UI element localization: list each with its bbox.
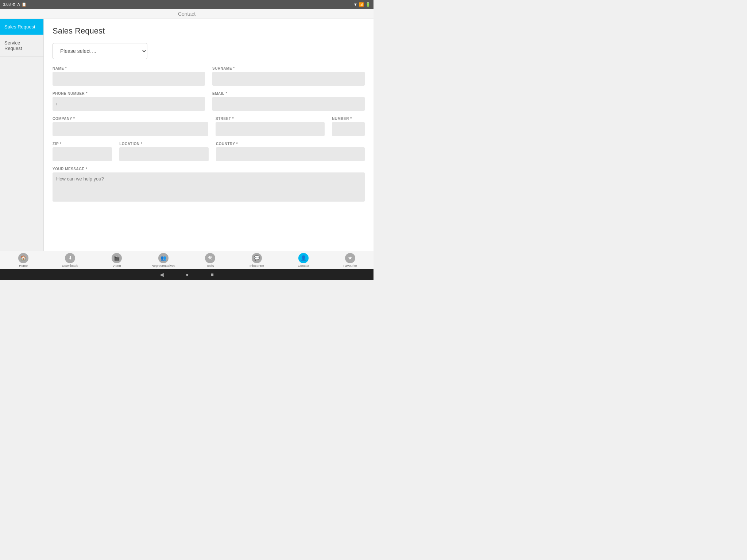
number-label: NUMBER * [332, 117, 365, 121]
zip-location-country-row: ZIP * LOCATION * COUNTRY * [53, 142, 365, 161]
status-bar: 3:08 ⚙ A 📋 ▼ 📶 🔋 [0, 0, 374, 9]
sidebar: Sales Request Service Request [0, 19, 44, 251]
nav-item-representatives[interactable]: 👥 Representatives [140, 252, 187, 269]
location-input[interactable] [119, 147, 209, 161]
status-bar-left: 3:08 ⚙ A 📋 [3, 2, 27, 7]
signal-icon: 📶 [359, 2, 364, 7]
name-label: NAME * [53, 66, 205, 70]
email-label: EMAIL * [212, 92, 365, 96]
home-button[interactable]: ● [186, 272, 189, 277]
status-bar-right: ▼ 📶 🔋 [353, 2, 371, 7]
nav-item-tools[interactable]: ⚒ Tools [187, 252, 233, 269]
street-input[interactable] [216, 122, 325, 136]
nav-label-video: Video [113, 264, 121, 268]
company-street-number-row: COMPANY * STREET * NUMBER * [53, 117, 365, 136]
home-icon: 🏠 [18, 253, 28, 263]
name-group: NAME * [53, 66, 205, 86]
battery-icon: 🔋 [365, 2, 371, 7]
bottom-nav: 🏠 Home ⬇ Downloads 🎬 Video 👥 Representat… [0, 251, 374, 269]
phone-email-row: PHONE NUMBER * + EMAIL * [53, 92, 365, 111]
back-button[interactable]: ◀ [160, 272, 164, 277]
sidebar-item-service-request[interactable]: Service Request [0, 35, 43, 57]
street-group: STREET * [216, 117, 325, 136]
accessibility-icon: A [17, 2, 20, 7]
status-time: 3:08 [3, 2, 11, 7]
phone-prefix-container: + [53, 97, 205, 111]
category-select[interactable]: Please select ... [53, 43, 147, 59]
location-group: LOCATION * [119, 142, 209, 161]
location-label: LOCATION * [119, 142, 209, 146]
nav-label-downloads: Downloads [62, 264, 78, 268]
number-input[interactable] [332, 122, 365, 136]
phone-input[interactable] [61, 97, 205, 111]
surname-group: SURNAME * [212, 66, 365, 86]
name-input[interactable] [53, 72, 205, 86]
number-group: NUMBER * [332, 117, 365, 136]
header: Contact [0, 9, 374, 19]
nav-label-representatives: Representatives [151, 264, 175, 268]
email-group: EMAIL * [212, 92, 365, 111]
infocenter-icon: 💬 [252, 253, 262, 263]
zip-group: ZIP * [53, 142, 112, 161]
name-surname-row: NAME * SURNAME * [53, 66, 365, 86]
clipboard-icon: 📋 [22, 2, 27, 7]
nav-item-downloads[interactable]: ⬇ Downloads [47, 252, 93, 269]
downloads-icon: ⬇ [65, 253, 75, 263]
header-title: Contact [178, 11, 196, 17]
message-label: YOUR MESSAGE * [53, 167, 365, 171]
contact-icon: 👤 [298, 253, 309, 263]
surname-label: SURNAME * [212, 66, 365, 70]
nav-item-video[interactable]: 🎬 Video [93, 252, 140, 269]
nav-label-tools: Tools [206, 264, 214, 268]
nav-label-home: Home [19, 264, 28, 268]
surname-input[interactable] [212, 72, 365, 86]
nav-label-favourite: Favourite [343, 264, 357, 268]
wifi-icon: ▼ [353, 2, 357, 7]
page-title: Sales Request [53, 26, 365, 36]
main-layout: Sales Request Service Request Sales Requ… [0, 19, 374, 251]
company-label: COMPANY * [53, 117, 208, 121]
country-input[interactable] [216, 147, 365, 161]
street-label: STREET * [216, 117, 325, 121]
tools-icon: ⚒ [205, 253, 215, 263]
android-nav: ◀ ● ■ [0, 269, 374, 280]
phone-prefix-sign: + [53, 101, 61, 107]
content-area: Sales Request Please select ... NAME * S… [44, 19, 374, 251]
settings-icon: ⚙ [12, 2, 16, 7]
nav-label-contact: Contact [298, 264, 309, 268]
nav-item-favourite[interactable]: ★ Favourite [327, 252, 374, 269]
representatives-icon: 👥 [158, 253, 169, 263]
zip-label: ZIP * [53, 142, 112, 146]
message-group: YOUR MESSAGE * [53, 167, 365, 202]
message-textarea[interactable] [53, 172, 365, 202]
video-icon: 🎬 [112, 253, 122, 263]
nav-item-infocenter[interactable]: 💬 Infocenter [233, 252, 280, 269]
company-input[interactable] [53, 122, 208, 136]
zip-input[interactable] [53, 147, 112, 161]
recents-button[interactable]: ■ [211, 272, 214, 277]
country-label: COUNTRY * [216, 142, 365, 146]
sidebar-item-sales-request[interactable]: Sales Request [0, 19, 43, 35]
nav-label-infocenter: Infocenter [249, 264, 264, 268]
favourite-icon: ★ [345, 253, 355, 263]
phone-label: PHONE NUMBER * [53, 92, 205, 96]
nav-item-contact[interactable]: 👤 Contact [280, 252, 327, 269]
country-group: COUNTRY * [216, 142, 365, 161]
company-group: COMPANY * [53, 117, 208, 136]
phone-group: PHONE NUMBER * + [53, 92, 205, 111]
nav-item-home[interactable]: 🏠 Home [0, 252, 47, 269]
email-input[interactable] [212, 97, 365, 111]
